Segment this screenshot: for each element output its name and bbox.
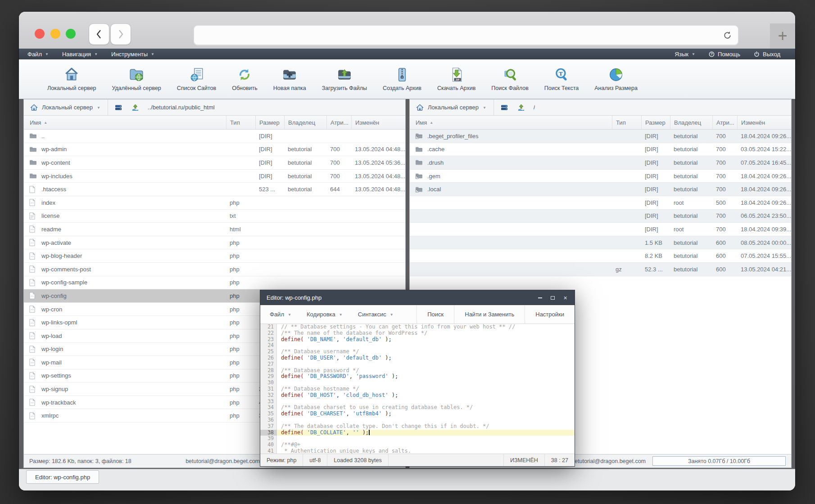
code-text[interactable] [277,417,575,423]
column-header-3[interactable]: Владелец [670,116,712,129]
file-row-wp-comments-post[interactable]: <>wp-comments-post php [24,263,405,276]
code-text[interactable]: // ** Database settings - You can get th… [277,324,575,330]
file-row-readme[interactable]: <>readme html [24,223,405,236]
code-text[interactable]: /** Database charset to use in creating … [277,405,575,411]
menu-Инструменты[interactable]: Инструменты▼ [104,49,161,59]
toolbar-button-Удалённый сервер[interactable]: Удалённый сервер [107,65,166,93]
taskbar-tab[interactable]: Editor: wp-config.php [26,470,99,484]
file-row-index[interactable]: <>index php [24,196,405,210]
editor-menu-Синтаксис[interactable]: Синтаксис▼ [350,305,401,324]
file-row[interactable]: 1.5 KB betutorial 600 08.05.2024 00:00..… [410,236,791,250]
file-row-wp-config-sample[interactable]: <>wp-config-sample php [24,276,405,290]
code-text[interactable]: * Authentication unique keys and salts. [277,448,575,454]
column-header-0[interactable]: Имя▲ [410,116,612,129]
server-selector[interactable]: Локальный сервер ▼ [24,99,108,115]
code-text[interactable]: /** Database hostname */ [277,386,575,392]
toolbar-button-Локальный сервер[interactable]: Локальный сервер [42,65,101,93]
column-header-1[interactable]: Тип [226,116,255,129]
zoom-traffic-light[interactable] [66,29,76,39]
menu-Язык[interactable]: Язык▼ [668,49,702,59]
column-header-5[interactable]: Изменён [351,116,405,129]
code-text[interactable]: define( 'DB_HOST', 'clod_db_host' ); [277,392,575,399]
code-text[interactable] [277,436,575,442]
file-row[interactable]: 8.2 KB betutorial 600 07.05.2024 15:55..… [410,249,791,263]
file-row[interactable]: [DIR] betutorial 700 06.05.2024 23:50... [410,210,791,223]
editor-menu-Файл[interactable]: Файл▼ [262,305,299,324]
path-display[interactable]: / [534,104,535,111]
menu-Файл[interactable]: Файл▼ [21,49,55,59]
back-button[interactable] [89,24,109,45]
column-header-1[interactable]: Тип [612,116,641,129]
toolbar-button-Создать Архив[interactable]: Создать Архив [378,65,426,93]
column-header-4[interactable]: Атри... [326,116,351,129]
url-bar[interactable] [194,25,738,45]
hdd-icon[interactable] [112,99,125,115]
upload-home-icon[interactable] [515,99,528,115]
column-header-2[interactable]: Размер [255,116,284,129]
editor-menu-Кодировка[interactable]: Кодировка▼ [299,305,350,324]
code-text[interactable]: define( 'DB_COLLATE', '' ); [277,430,575,436]
code-text[interactable] [277,399,575,405]
file-row[interactable]: gz 52.3 ... betutorial 600 13.05.2024 04… [410,263,791,276]
editor-titlebar[interactable]: Editor: wp-config.php × [260,290,575,305]
code-text[interactable]: /** Database username */ [277,349,575,355]
file-row-.htaccess[interactable]: .htaccess 523 ... betutorial 644 13.05.2… [24,183,405,196]
file-row-.drush[interactable]: .drush [DIR] betutorial 700 07.05.2024 1… [410,156,791,170]
file-row-license[interactable]: license txt [24,210,405,223]
code-text[interactable]: define( 'DB_USER', 'default_db' ); [277,355,575,361]
code-text[interactable]: /** Database password */ [277,368,575,374]
file-row-.cache[interactable]: .cache [DIR] betutorial 700 03.05.2024 1… [410,143,791,157]
menu-Выход[interactable]: Выход [747,49,787,59]
toolbar-button-Анализ Размера[interactable]: Анализ Размера [589,65,643,93]
file-row-wp-activate[interactable]: <>wp-activate php [24,236,405,250]
column-header-3[interactable]: Владелец [284,116,326,129]
column-header-5[interactable]: Изменён [737,116,791,129]
reload-icon[interactable] [723,31,732,40]
file-row-wp-admin[interactable]: wp-admin [DIR] betutorial 700 13.05.2024… [24,143,405,157]
path-display[interactable]: ../betutorial.ru/public_html [148,104,215,111]
file-row[interactable]: [DIR] root 500 18.04.2024 09:26... [410,196,791,210]
column-header-0[interactable]: Имя▲ [24,116,226,129]
column-header-4[interactable]: Атри... [712,116,737,129]
file-row-.local[interactable]: .local [DIR] betutorial 700 18.04.2024 0… [410,183,791,196]
file-row-wp-content[interactable]: wp-content [DIR] betutorial 700 13.05.20… [24,156,405,170]
new-tab-button[interactable]: + [770,23,795,49]
hdd-icon[interactable] [498,99,511,115]
editor-action-Настройки[interactable]: Настройки [525,305,575,324]
editor-action-Найти и Заменить[interactable]: Найти и Заменить [454,305,525,324]
minimize-traffic-light[interactable] [50,29,60,39]
file-row-.gem[interactable]: .gem [DIR] betutorial 700 18.04.2024 09:… [410,170,791,183]
code-text[interactable]: /** The name of the database for WordPre… [277,330,575,337]
file-row-wp-blog-header[interactable]: <>wp-blog-header php [24,249,405,263]
code-text[interactable]: /**#@+ [277,442,575,448]
upload-home-icon[interactable] [129,99,142,115]
toolbar-button-Загрузить Файлы[interactable]: Загрузить Файлы [317,65,372,93]
code-text[interactable]: define( 'DB_PASSWORD', 'password' ); [277,374,575,380]
editor-code[interactable]: 21// ** Database settings - You can get … [260,324,575,454]
code-text[interactable]: /** The database collate type. Don't cha… [277,423,575,430]
forward-button[interactable] [111,24,131,45]
close-traffic-light[interactable] [35,29,45,39]
code-text[interactable]: define( 'DB_NAME', 'default_db' ); [277,337,575,343]
menu-Навигация[interactable]: Навигация▼ [55,49,104,59]
toolbar-button-Поиск Файлов[interactable]: Поиск Файлов [486,65,534,93]
code-text[interactable] [277,361,575,368]
file-row-wp-includes[interactable]: wp-includes [DIR] betutorial 700 13.05.2… [24,170,405,183]
toolbar-button-Список Сайтов[interactable]: Список Сайтов [172,65,221,93]
file-row[interactable]: [DIR] root 700 18.04.2024 09:39... [410,223,791,236]
toolbar-button-Поиск Текста[interactable]: T Поиск Текста [539,65,584,93]
code-text[interactable] [277,380,575,386]
toolbar-button-Скачать Архив[interactable]: ZIP Скачать Архив [432,65,480,93]
close-icon[interactable]: × [562,295,568,301]
file-row-.beget_profiler_files[interactable]: .beget_profiler_files [DIR] betutorial 7… [410,130,791,143]
code-text[interactable]: define( 'DB_CHARSET', 'utf8mb4' ); [277,411,575,417]
menu-Помощь[interactable]: ?Помощь [702,49,747,59]
column-header-2[interactable]: Размер [641,116,670,129]
code-text[interactable] [277,342,575,349]
maximize-icon[interactable] [550,295,556,301]
editor-action-Поиск[interactable]: Поиск [417,305,454,324]
server-selector[interactable]: Локальный сервер ▼ [410,99,494,115]
toolbar-button-Обновить[interactable]: Обновить [227,65,263,93]
file-row-..[interactable]: .. [DIR] [24,130,405,143]
toolbar-button-Новая папка[interactable]: Новая папка [268,65,311,93]
